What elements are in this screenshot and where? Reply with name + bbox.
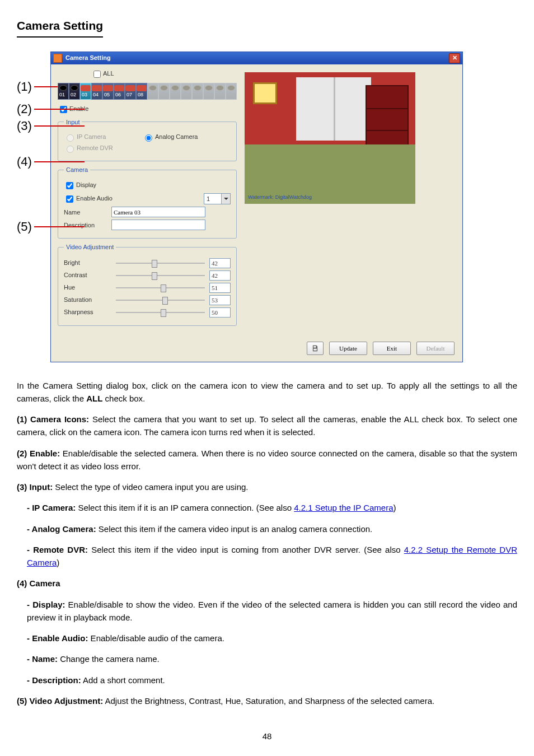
camera-tab[interactable]: 04: [91, 83, 102, 100]
slider-label: Sharpness: [64, 308, 111, 316]
bright-value[interactable]: 42: [209, 258, 231, 268]
video-adjustment-group: Video Adjustment Bright42Contrast42Hue51…: [58, 243, 237, 325]
saturation-slider[interactable]: [116, 300, 205, 301]
section-heading: Camera Setting: [17, 17, 103, 38]
camera-tab[interactable]: 07: [125, 83, 136, 100]
update-button[interactable]: Update: [329, 342, 367, 355]
hue-slider[interactable]: [116, 287, 205, 288]
input-group: Input IP Camera Analog Camera Remote DVR: [58, 118, 237, 161]
dialog-footer: Update Exit Default: [51, 336, 462, 362]
name-label: Name: [64, 208, 111, 216]
description-input[interactable]: [111, 220, 205, 230]
camera-tab[interactable]: 01: [58, 83, 69, 100]
callout-5: (5): [17, 217, 85, 236]
callout-4: (4): [17, 152, 85, 171]
display-checkbox[interactable]: Display: [64, 180, 96, 191]
hue-value[interactable]: 51: [209, 283, 231, 293]
chevron-down-icon: [221, 194, 230, 204]
floppy-icon: [311, 344, 319, 352]
page-number: 48: [17, 730, 517, 743]
video-adjustment-legend: Video Adjustment: [64, 243, 116, 251]
camera-tab: [158, 83, 170, 100]
body-text: In the Camera Setting dialog box, click …: [17, 379, 517, 708]
camera-preview: Watermark: DigitalWatchdog: [245, 72, 415, 204]
contrast-value[interactable]: 42: [209, 270, 231, 281]
callout-2: (2): [17, 100, 85, 119]
camera-tab: [214, 83, 226, 100]
link-ip-camera-setup[interactable]: 4.2.1 Setup the IP Camera: [294, 503, 393, 512]
bright-slider[interactable]: [116, 263, 205, 264]
default-button: Default: [416, 342, 455, 355]
close-icon[interactable]: ✕: [449, 53, 460, 63]
camera-tab: [203, 83, 214, 100]
radio-analog-camera[interactable]: Analog Camera: [142, 133, 198, 142]
window-title: Camera Setting: [65, 54, 449, 62]
camera-tab[interactable]: 08: [136, 83, 147, 100]
camera-tab[interactable]: 05: [102, 83, 114, 100]
camera-setting-window: Camera Setting ✕ ALL 0102030405060708 En…: [50, 52, 463, 362]
camera-tab[interactable]: 02: [69, 83, 80, 100]
callout-3: (3): [17, 116, 85, 136]
all-checkbox[interactable]: ALL: [91, 70, 114, 77]
camera-tab: [147, 83, 158, 100]
slider-label: Saturation: [64, 296, 111, 304]
name-input[interactable]: [111, 207, 205, 217]
exit-button[interactable]: Exit: [373, 342, 411, 355]
sharpness-slider[interactable]: [116, 312, 205, 313]
enable-audio-checkbox[interactable]: Enable Audio: [64, 194, 204, 204]
slider-label: Bright: [64, 259, 111, 267]
app-icon: [53, 54, 62, 63]
screenshot-figure: (1) (2) (3) (4) (5) Camera Setting ✕ ALL…: [50, 52, 517, 362]
saturation-value[interactable]: 53: [209, 295, 231, 305]
slider-label: Hue: [64, 283, 111, 291]
camera-tab: [181, 83, 192, 100]
camera-tab: [170, 83, 181, 100]
camera-group: Camera Display Enable Audio 1 Name Descr…: [58, 166, 237, 239]
sharpness-value[interactable]: 50: [209, 307, 231, 318]
preview-watermark: Watermark: DigitalWatchdog: [248, 194, 312, 201]
camera-tabs: 0102030405060708: [58, 83, 237, 100]
contrast-slider[interactable]: [116, 275, 205, 276]
slider-label: Contrast: [64, 271, 111, 279]
camera-tab[interactable]: 03: [80, 83, 91, 100]
camera-tab: [226, 83, 237, 100]
save-icon-button[interactable]: [307, 342, 324, 355]
audio-channel-select[interactable]: 1: [204, 193, 231, 204]
titlebar: Camera Setting ✕: [51, 52, 462, 64]
camera-tab[interactable]: 06: [114, 83, 125, 100]
camera-tab: [192, 83, 203, 100]
